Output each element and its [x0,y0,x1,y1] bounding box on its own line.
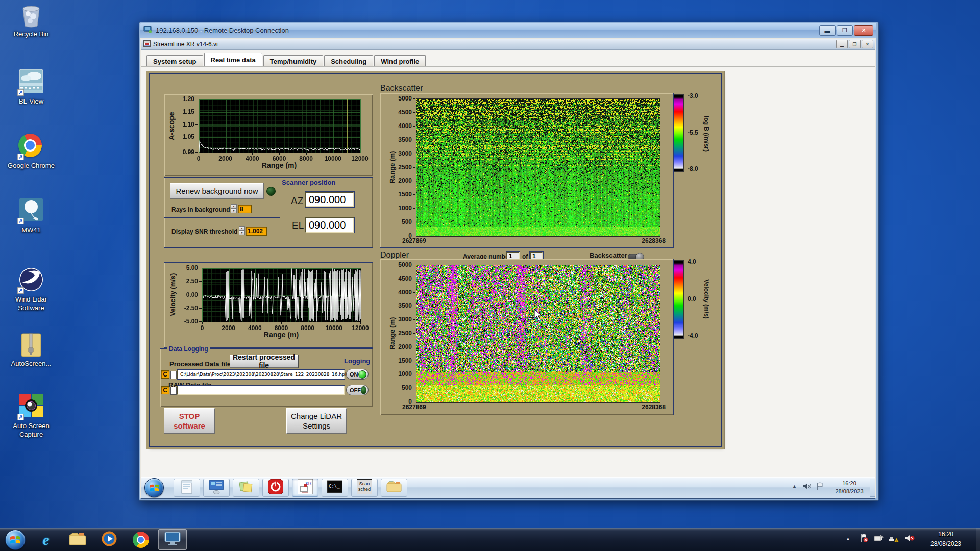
mw41-icon [18,198,44,224]
axis-tick-label: 2500 [388,330,412,337]
axis-tick-label: 2.50 [176,278,198,285]
host-tray-expand-icon[interactable]: ▲ [846,536,850,541]
axis-tick-label: 4000 [239,155,265,162]
axis-tick-mark [333,153,333,155]
backscatter-colorbar-tick-max: -3.0 [688,92,698,99]
taskbar-button-notepad[interactable] [174,479,200,497]
desktop-icon-mw41[interactable]: MW41 [3,198,59,234]
app-minimize-button[interactable]: ▁ [836,40,848,48]
taskbar-button-power-button[interactable] [262,479,289,497]
raw-path-field[interactable] [177,386,345,395]
taskbar-button-remote-desktop[interactable] [158,529,187,550]
desktop-icon-auto-screen-capture[interactable]: Auto Screen Capture [3,394,59,439]
restart-processed-file-button[interactable]: Restart processed file [230,355,298,368]
rdp-maximize-button[interactable]: ❐ [837,25,853,36]
axis-tick-label: 3500 [388,136,412,143]
doppler-x-end-label: 2628368 [615,404,666,411]
rdp-titlebar[interactable]: 192.168.0.150 - Remote Desktop Connectio… [140,23,876,38]
axis-tick-label: -2.50 [176,305,198,312]
rdp-minimize-button[interactable]: ▬ [819,25,836,36]
axis-tick-mark [413,361,415,361]
azimuth-label: AZ [291,195,303,207]
axis-tick-label: -5.00 [176,318,198,325]
desktop-icon-label: Recycle Bin [3,30,59,38]
taskbar-button-internet-explorer[interactable]: e [32,529,60,550]
remote-start-button[interactable] [144,478,164,497]
host-volume-muted-icon[interactable] [904,534,916,544]
processed-logging-toggle[interactable]: ON [346,369,369,380]
axis-tick-label: 0 [388,232,412,239]
app-close-button[interactable]: ✕ [862,40,873,48]
processed-data-file-label: Processed Data file [169,360,231,368]
axis-tick-mark [334,322,334,324]
renew-background-button[interactable]: Renew background now [170,183,264,199]
taskbar-button-file-explorer[interactable] [381,479,407,497]
remote-volume-icon[interactable] [802,482,812,492]
host-start-button[interactable] [5,530,26,550]
raw-browse-icon[interactable] [170,387,177,395]
axis-tick-label: 10000 [321,324,347,332]
bl-view-icon [18,69,44,96]
doppler-colorbar-tick-mid: 0.0 [688,295,696,303]
remote-action-center-flag-icon[interactable] [816,482,824,492]
tab-system-setup[interactable]: System setup [146,55,203,67]
remote-clock[interactable]: 16:2028/08/2023 [830,479,869,496]
snr-value-field[interactable]: 1.002 [246,227,267,236]
taskbar-button-command-prompt[interactable]: C:\_ [322,479,348,497]
processed-browse-icon[interactable] [170,371,177,379]
rays-value-field[interactable]: 8 [238,205,252,213]
axis-tick-label: 6000 [266,155,292,162]
axis-tick-mark [255,322,255,324]
tab-real-time-data[interactable]: Real time data [204,53,262,67]
axis-tick-label: 1000 [388,370,412,378]
desktop-icon-wind-lidar-software[interactable]: Wind Lidar Software [3,267,59,312]
taskbar-button-display-settings[interactable] [203,479,230,497]
taskbar-button-scan-scheduler[interactable]: Scansched [351,479,378,497]
taskbar-button-file-explorer[interactable] [63,529,92,550]
rays-spinner[interactable]: ▲▼ [231,204,237,213]
processed-drive-selector[interactable]: C [161,370,169,379]
axis-tick-label: 5000 [388,261,412,268]
axis-tick-mark [360,153,360,155]
desktop-icon-recycle-bin[interactable]: Recycle Bin [3,2,59,38]
taskbar-button-sticky-notes[interactable] [233,479,259,497]
taskbar-button-media-player[interactable] [95,529,124,550]
remote-tray-expand-icon[interactable]: ▲ [792,484,797,489]
desktop-icon-autoscreen-zip[interactable]: AutoScreen... [3,332,59,368]
host-clock[interactable]: 16:2028/08/2023 [922,530,970,549]
axis-tick-mark [659,236,659,239]
rdp-close-button[interactable]: ✕ [854,25,873,36]
processed-path-field[interactable]: C:\Lidar\Data\Proc\2023\202308\20230828\… [177,370,345,379]
axis-tick-mark [416,236,416,239]
tab-scheduling[interactable]: Scheduling [324,55,373,67]
change-lidar-settings-button[interactable]: Change LiDARSettings [286,408,347,434]
ascope-x-axis-label: Range (m) [243,161,315,169]
tab-wind-profile[interactable]: Wind profile [374,55,426,67]
raw-drive-selector[interactable]: C [161,386,169,394]
backscatter-toggle-label: Backscatter [590,252,627,259]
file-explorer-icon [386,480,402,496]
axis-tick-mark [413,388,415,388]
raw-logging-toggle[interactable]: OFF [346,385,369,395]
host-show-desktop-button[interactable] [976,528,980,551]
app-restore-button[interactable]: ❐ [849,40,861,48]
remote-show-desktop-button[interactable] [870,479,875,497]
axis-tick-label: 1.15 [172,108,194,115]
taskbar-button-labview-xr[interactable]: XR [292,479,318,497]
elevation-field[interactable]: 090.000 [305,217,354,233]
azimuth-field[interactable]: 090.000 [305,192,354,207]
desktop-icon-bl-view[interactable]: BL-View [3,69,59,106]
host-battery-icon[interactable] [874,534,884,544]
snr-spinner[interactable]: ▲▼ [239,226,245,235]
host-action-center-flag-icon[interactable] [860,534,869,545]
axis-tick-mark [413,236,415,236]
desktop-icon-google-chrome[interactable]: Google Chrome [3,134,59,170]
stop-software-button[interactable]: STOPsoftware [164,408,215,434]
notepad-icon [180,479,194,496]
tab-temp-humidity[interactable]: Temp/humidity [263,55,323,67]
rays-in-background-label: Rays in background [172,206,230,213]
host-network-warning-icon[interactable]: ! [888,534,899,544]
taskbar-button-google-chrome[interactable] [127,529,155,550]
backscatter-section-title: Backscatter [380,84,423,93]
app-titlebar[interactable]: StreamLine XR v14-6.vi ▁ ❐ ✕ [141,39,875,50]
